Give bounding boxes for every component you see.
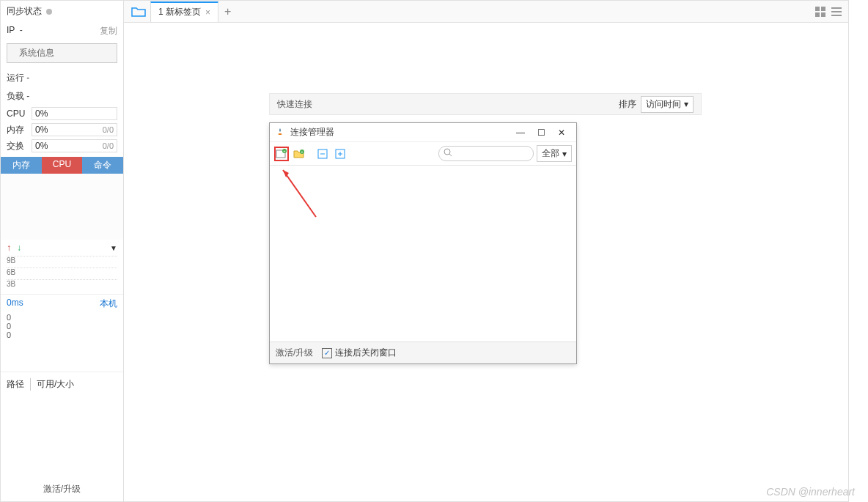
ping-ms: 0ms xyxy=(7,298,23,310)
close-after-connect-checkbox[interactable]: ✓ 连接后关闭窗口 xyxy=(322,347,397,359)
connection-manager-dialog: 连接管理器 — ☐ ✕ + + xyxy=(269,122,577,364)
sort-area: 排序 访问时间 ▾ xyxy=(619,96,694,113)
minimize-button[interactable]: — xyxy=(510,128,531,138)
collapse-button[interactable] xyxy=(315,147,330,161)
load-row: 负载 - xyxy=(1,87,123,106)
close-button[interactable]: ✕ xyxy=(551,128,572,138)
path-header: 路径 可用/大小 xyxy=(1,372,123,396)
copy-link[interactable]: 复制 xyxy=(100,25,117,37)
svg-point-17 xyxy=(444,149,450,155)
net-tick: 3B xyxy=(7,279,117,291)
svg-rect-3 xyxy=(821,12,825,17)
ping-values: 0 0 0 xyxy=(1,313,123,342)
cpu-value: 0% xyxy=(32,107,117,120)
swap-label: 交换 xyxy=(7,140,29,152)
search-icon xyxy=(444,148,452,159)
status-dot-icon xyxy=(46,9,52,15)
annotation-arrow-icon xyxy=(276,166,327,224)
tab-mem[interactable]: 内存 xyxy=(1,157,42,174)
quick-connect-label: 快速连接 xyxy=(277,98,312,111)
chevron-down-icon: ▾ xyxy=(562,149,567,159)
svg-text:+: + xyxy=(301,150,304,154)
net-arrows: ↑ ↓ ▼ xyxy=(1,240,123,256)
sync-status-label: 同步状态 xyxy=(7,5,42,18)
main-area: 1 新标签页 × + 快速连接 排序 访问时间 ▾ xyxy=(124,1,848,501)
sync-status-row: 同步状态 xyxy=(1,1,123,22)
java-icon xyxy=(274,127,286,139)
ping-host[interactable]: 本机 xyxy=(100,298,117,310)
tabbar-right xyxy=(814,6,848,18)
svg-line-18 xyxy=(449,154,452,156)
cpu-graph xyxy=(1,174,123,240)
new-folder-button[interactable]: + xyxy=(292,147,306,161)
watermark: CSDN @innerheart xyxy=(766,486,855,498)
sort-label: 排序 xyxy=(619,98,636,111)
close-icon[interactable]: × xyxy=(205,7,210,18)
svg-rect-1 xyxy=(821,7,825,11)
quick-connect-bar: 快速连接 排序 访问时间 ▾ xyxy=(269,93,702,115)
run-row: 运行 - xyxy=(1,69,123,87)
tab-new[interactable]: 1 新标签页 × xyxy=(150,1,218,22)
mem-label: 内存 xyxy=(7,124,29,136)
dialog-body xyxy=(270,166,576,342)
list-view-icon[interactable] xyxy=(831,6,842,18)
ping-v2: 0 xyxy=(7,331,117,339)
dialog-footer: 激活/升级 ✓ 连接后关闭窗口 xyxy=(270,342,576,363)
sort-value: 访问时间 xyxy=(646,98,681,111)
ping-v0: 0 xyxy=(7,313,117,322)
filter-value: 全部 xyxy=(542,147,559,160)
ip-label: IP - xyxy=(7,25,23,37)
folder-icon[interactable] xyxy=(130,3,147,21)
maximize-button[interactable]: ☐ xyxy=(531,128,551,138)
svg-rect-2 xyxy=(815,12,820,17)
divider xyxy=(30,378,31,391)
dialog-titlebar: 连接管理器 — ☐ ✕ xyxy=(270,123,576,142)
swap-row: 交换 0%0/0 xyxy=(1,138,123,154)
net-graph: 9B 6B 3B xyxy=(1,256,123,295)
mem-value: 0%0/0 xyxy=(32,123,117,136)
grid-view-icon[interactable] xyxy=(814,6,826,18)
activate-upgrade-link[interactable]: 激活/升级 xyxy=(276,347,313,359)
avail-label: 可用/大小 xyxy=(37,378,74,391)
ip-row: IP - 复制 xyxy=(1,22,123,40)
sort-select[interactable]: 访问时间 ▾ xyxy=(641,96,694,113)
search-input[interactable] xyxy=(455,149,529,159)
tabbar: 1 新标签页 × + xyxy=(124,1,848,23)
cpu-label: CPU xyxy=(7,108,29,119)
new-connection-button[interactable]: + xyxy=(274,147,289,161)
net-tick: 9B xyxy=(7,256,117,267)
content-area: 快速连接 排序 访问时间 ▾ 连接管理器 — ☐ ✕ xyxy=(124,23,848,501)
tab-cpu[interactable]: CPU xyxy=(42,157,83,174)
caret-down-icon[interactable]: ▼ xyxy=(110,244,117,252)
search-box[interactable] xyxy=(438,146,534,161)
tab-label: 1 新标签页 xyxy=(158,6,201,18)
tab-add-button[interactable]: + xyxy=(224,5,231,18)
net-tick: 6B xyxy=(7,267,117,279)
swap-value: 0%0/0 xyxy=(32,139,117,152)
filter-select[interactable]: 全部 ▾ xyxy=(537,145,572,162)
download-arrow-icon: ↓ xyxy=(17,243,21,253)
cpu-row: CPU 0% xyxy=(1,106,123,122)
svg-rect-5 xyxy=(831,11,842,12)
chevron-down-icon: ▾ xyxy=(684,99,688,109)
spacer xyxy=(1,396,123,477)
svg-rect-0 xyxy=(815,7,820,11)
dialog-title: 连接管理器 xyxy=(290,126,510,139)
upload-arrow-icon: ↑ xyxy=(7,243,11,253)
svg-rect-4 xyxy=(831,7,842,9)
dialog-toolbar: + + xyxy=(270,142,576,166)
system-info-button[interactable]: 系统信息 xyxy=(7,43,117,63)
spacer xyxy=(1,342,123,372)
mini-tabs: 内存 CPU 命令 xyxy=(1,157,123,174)
activate-link[interactable]: 激活/升级 xyxy=(1,477,123,501)
sidebar: 同步状态 IP - 复制 系统信息 运行 - 负载 - CPU 0% 内存 0%… xyxy=(1,1,124,501)
svg-line-19 xyxy=(283,170,316,217)
tab-cmd[interactable]: 命令 xyxy=(82,157,123,174)
mem-row: 内存 0%0/0 xyxy=(1,122,123,138)
svg-text:+: + xyxy=(284,149,286,153)
checkbox-label: 连接后关闭窗口 xyxy=(335,347,397,359)
dialog-search-area: 全部 ▾ xyxy=(438,145,572,162)
ping-row: 0ms 本机 xyxy=(1,295,123,313)
checkbox-icon: ✓ xyxy=(322,348,332,358)
expand-button[interactable] xyxy=(333,147,347,161)
